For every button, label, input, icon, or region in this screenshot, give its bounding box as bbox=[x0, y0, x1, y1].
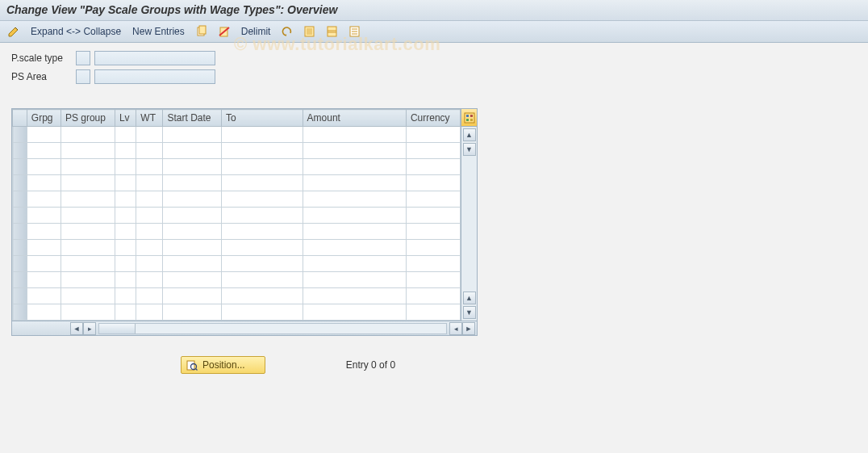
scroll-down2-icon[interactable]: ▼ bbox=[463, 306, 476, 319]
cell[interactable] bbox=[136, 143, 163, 159]
cell[interactable] bbox=[303, 256, 406, 272]
cell[interactable] bbox=[303, 224, 406, 240]
column-header[interactable]: WT bbox=[136, 110, 163, 127]
change-icon[interactable] bbox=[6, 24, 21, 39]
cell[interactable] bbox=[27, 288, 61, 304]
cell[interactable] bbox=[163, 256, 222, 272]
cell[interactable] bbox=[303, 208, 406, 224]
cell[interactable] bbox=[61, 175, 115, 191]
cell[interactable] bbox=[27, 159, 61, 175]
cell[interactable] bbox=[163, 240, 222, 256]
scroll-down-icon[interactable]: ▼ bbox=[463, 143, 476, 156]
cell[interactable] bbox=[115, 191, 136, 208]
row-selector[interactable] bbox=[13, 272, 27, 288]
column-header[interactable]: To bbox=[222, 110, 303, 127]
scroll-right-icon[interactable]: ◂ bbox=[449, 322, 462, 335]
cell[interactable] bbox=[406, 240, 460, 256]
cell[interactable] bbox=[61, 191, 115, 208]
cell[interactable] bbox=[163, 288, 222, 304]
cell[interactable] bbox=[61, 304, 115, 321]
row-selector[interactable] bbox=[13, 159, 27, 175]
cell[interactable] bbox=[406, 272, 460, 288]
cell[interactable] bbox=[222, 143, 303, 159]
cell[interactable] bbox=[27, 208, 61, 224]
cell[interactable] bbox=[163, 175, 222, 191]
cell[interactable] bbox=[303, 143, 406, 159]
cell[interactable] bbox=[303, 127, 406, 143]
ps-area-short-input[interactable] bbox=[76, 69, 90, 84]
cell[interactable] bbox=[406, 288, 460, 304]
row-selector[interactable] bbox=[13, 240, 27, 256]
cell[interactable] bbox=[61, 143, 115, 159]
cell[interactable] bbox=[406, 224, 460, 240]
cell[interactable] bbox=[61, 240, 115, 256]
cell[interactable] bbox=[136, 288, 163, 304]
row-selector-header[interactable] bbox=[13, 110, 27, 127]
scroll-right-end-icon[interactable]: ► bbox=[462, 322, 475, 335]
table-row[interactable] bbox=[13, 191, 461, 208]
cell[interactable] bbox=[61, 272, 115, 288]
cell[interactable] bbox=[163, 208, 222, 224]
cell[interactable] bbox=[61, 127, 115, 143]
cell[interactable] bbox=[406, 127, 460, 143]
column-header[interactable]: Start Date bbox=[163, 110, 222, 127]
cell[interactable] bbox=[303, 304, 406, 321]
cell[interactable] bbox=[222, 272, 303, 288]
cell[interactable] bbox=[27, 143, 61, 159]
cell[interactable] bbox=[222, 224, 303, 240]
cell[interactable] bbox=[61, 159, 115, 175]
row-selector[interactable] bbox=[13, 208, 27, 224]
select-block-icon[interactable] bbox=[325, 24, 340, 39]
column-header[interactable]: Currency bbox=[406, 110, 460, 127]
pscale-type-short-input[interactable] bbox=[76, 51, 90, 65]
table-row[interactable] bbox=[13, 175, 461, 191]
cell[interactable] bbox=[163, 224, 222, 240]
cell[interactable] bbox=[136, 159, 163, 175]
cell[interactable] bbox=[27, 191, 61, 208]
delimit-button[interactable]: Delimit bbox=[240, 24, 273, 39]
row-selector[interactable] bbox=[13, 256, 27, 272]
scroll-up-icon[interactable]: ▲ bbox=[463, 128, 476, 141]
cell[interactable] bbox=[27, 175, 61, 191]
cell[interactable] bbox=[136, 272, 163, 288]
row-selector[interactable] bbox=[13, 304, 27, 321]
table-row[interactable] bbox=[13, 159, 461, 175]
cell[interactable] bbox=[163, 127, 222, 143]
table-row[interactable] bbox=[13, 240, 461, 256]
column-header[interactable]: PS group bbox=[61, 110, 115, 127]
cell[interactable] bbox=[136, 208, 163, 224]
cell[interactable] bbox=[27, 240, 61, 256]
cell[interactable] bbox=[61, 224, 115, 240]
table-row[interactable] bbox=[13, 272, 461, 288]
cell[interactable] bbox=[61, 208, 115, 224]
cell[interactable] bbox=[27, 127, 61, 143]
cell[interactable] bbox=[61, 256, 115, 272]
delete-icon[interactable] bbox=[217, 24, 232, 39]
cell[interactable] bbox=[222, 304, 303, 321]
undo-icon[interactable] bbox=[280, 24, 294, 39]
cell[interactable] bbox=[136, 224, 163, 240]
ps-area-input[interactable] bbox=[94, 69, 215, 84]
cell[interactable] bbox=[136, 191, 163, 208]
cell[interactable] bbox=[406, 191, 460, 208]
cell[interactable] bbox=[222, 256, 303, 272]
table-row[interactable] bbox=[13, 224, 461, 240]
cell[interactable] bbox=[27, 256, 61, 272]
cell[interactable] bbox=[222, 159, 303, 175]
scroll-up2-icon[interactable]: ▲ bbox=[463, 292, 476, 304]
deselect-icon[interactable] bbox=[348, 24, 362, 39]
column-header[interactable]: Lv bbox=[115, 110, 136, 127]
cell[interactable] bbox=[163, 159, 222, 175]
cell[interactable] bbox=[136, 256, 163, 272]
cell[interactable] bbox=[406, 175, 460, 191]
cell[interactable] bbox=[303, 175, 406, 191]
cell[interactable] bbox=[222, 288, 303, 304]
cell[interactable] bbox=[406, 304, 460, 321]
table-row[interactable] bbox=[13, 208, 461, 224]
cell[interactable] bbox=[115, 304, 136, 321]
expand-collapse-button[interactable]: Expand <-> Collapse bbox=[29, 24, 123, 39]
horizontal-scrollbar[interactable]: ◄ ▸ ◂ ► bbox=[11, 321, 478, 336]
cell[interactable] bbox=[303, 240, 406, 256]
cell[interactable] bbox=[61, 288, 115, 304]
cell[interactable] bbox=[27, 224, 61, 240]
